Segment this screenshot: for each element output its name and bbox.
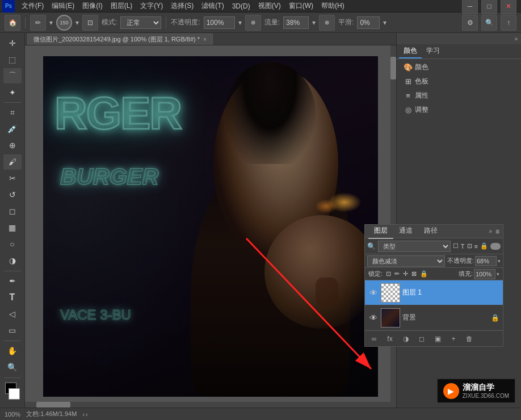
menu-file[interactable]: 文件(F) [18, 0, 47, 12]
smooth-dropdown[interactable]: ▾ [383, 19, 386, 27]
layer-visibility-1[interactable]: 👁 [368, 288, 379, 298]
opacity-dropdown[interactable]: ▾ [238, 19, 242, 27]
blend-mode-select[interactable]: 颜色减淡 [367, 255, 445, 267]
mask-button[interactable]: ◻ [416, 333, 427, 345]
fill-value-input[interactable] [474, 269, 495, 279]
dodge-tool[interactable]: ◑ [3, 253, 22, 268]
filter-toggle[interactable] [490, 243, 501, 250]
layers-collapse[interactable]: » [488, 227, 493, 236]
color-row[interactable]: 🎨 颜色 [401, 61, 516, 73]
group-button[interactable]: ▣ [432, 333, 443, 345]
filter-icon3[interactable]: ⊡ [467, 242, 472, 250]
menu-layer[interactable]: 图层(L) [107, 0, 136, 12]
filter-icon2[interactable]: T [461, 243, 465, 250]
paths-tab[interactable]: 路径 [418, 224, 443, 239]
filter-icon5[interactable]: 🔒 [480, 242, 488, 250]
gradient-tool[interactable]: ▦ [3, 220, 22, 236]
path-tool[interactable]: ◁ [3, 306, 22, 322]
nav-next[interactable]: › [86, 411, 88, 418]
pressure-button[interactable]: ⊗ [245, 15, 261, 31]
clone-tool[interactable]: ✂ [3, 171, 22, 186]
fx-button[interactable]: fx [384, 333, 396, 345]
hand-tool[interactable]: ✋ [3, 343, 22, 359]
marquee-tool[interactable]: ⬚ [3, 52, 22, 67]
delete-layer-button[interactable]: 🗑 [464, 333, 475, 345]
eraser-tool[interactable]: ◻ [3, 204, 22, 219]
layers-menu-icon[interactable]: ≡ [495, 228, 499, 236]
minimize-button[interactable]: ─ [462, 0, 478, 14]
adjustments-row[interactable]: ◎ 调整 [401, 104, 516, 116]
properties-row[interactable]: ≡ 属性 [401, 90, 516, 102]
lock-pixel-icon[interactable]: ⊡ [386, 270, 391, 278]
learn-panel-tab[interactable]: 学习 [422, 44, 444, 58]
menu-filter[interactable]: 滤镜(T) [198, 0, 227, 12]
horizontal-scrollbar[interactable] [25, 402, 390, 408]
fill-dropdown-arrow[interactable]: ▾ [497, 271, 499, 277]
menu-edit[interactable]: 编辑(E) [48, 0, 78, 12]
link-layers-button[interactable]: ∞ [368, 333, 380, 345]
layer-item-1[interactable]: 👁 图层 1 [365, 280, 503, 305]
layer-item-background[interactable]: 👁 背景 🔒 [365, 305, 503, 330]
opacity-dropdown-arrow[interactable]: ▾ [498, 258, 501, 264]
background-color[interactable] [9, 388, 20, 400]
panel-collapse-arrow[interactable]: » [513, 35, 519, 43]
brush-dropdown[interactable]: ▾ [49, 19, 53, 27]
shape-tool[interactable]: ▭ [3, 323, 22, 338]
flow-input[interactable] [283, 16, 309, 29]
share-button[interactable]: ↑ [501, 15, 516, 31]
opacity-input[interactable] [204, 16, 235, 29]
canvas-tab[interactable]: 微信图片_20200328154249.jpg @ 100% (图层 1, RG… [27, 33, 213, 45]
tab-close-button[interactable]: × [203, 36, 207, 43]
menu-select[interactable]: 选择(S) [167, 0, 197, 12]
lock-artboard-icon[interactable]: ⊠ [411, 270, 417, 278]
menu-text[interactable]: 文字(Y) [137, 0, 166, 12]
menu-image[interactable]: 图像(I) [79, 0, 106, 12]
menu-window[interactable]: 窗口(W) [285, 0, 317, 12]
channels-tab[interactable]: 通道 [393, 224, 418, 239]
menu-view[interactable]: 视图(V) [255, 0, 284, 12]
flow-pressure-button[interactable]: ⊗ [319, 15, 335, 31]
layers-tab[interactable]: 图层 [368, 224, 393, 239]
lock-all-icon[interactable]: 🔒 [420, 270, 428, 278]
horizontal-scrollbar-thumb[interactable] [36, 402, 70, 408]
brush-options-button[interactable]: ⊡ [82, 15, 98, 31]
filter-icon4[interactable]: ≡ [474, 243, 478, 250]
move-tool[interactable]: ✛ [3, 35, 22, 51]
history-brush-tool[interactable]: ↺ [3, 187, 22, 203]
color-panel-tab[interactable]: 颜色 [399, 44, 422, 58]
close-button[interactable]: ✕ [501, 0, 516, 14]
maximize-button[interactable]: □ [481, 0, 497, 14]
smooth-input[interactable] [357, 16, 380, 29]
layer-type-select[interactable]: 类型 [378, 241, 451, 252]
menu-3d[interactable]: 3D(D) [229, 1, 254, 11]
lock-move-icon[interactable]: ✛ [403, 270, 408, 278]
lasso-tool[interactable]: ⌒ [3, 68, 22, 83]
opacity-value-input[interactable] [475, 256, 497, 266]
brush-tool[interactable]: ✏ [30, 15, 46, 31]
brush-size-indicator[interactable]: 150 [56, 15, 72, 31]
settings-button[interactable]: ⚙ [462, 15, 478, 31]
swatches-row[interactable]: ⊞ 色板 [401, 75, 516, 87]
menu-help[interactable]: 帮助(H) [318, 0, 348, 12]
adjustment-layer-button[interactable]: ◑ [400, 333, 411, 345]
filter-icon1[interactable]: ☐ [453, 242, 459, 250]
pen-tool[interactable]: ✒ [3, 274, 22, 289]
blur-tool[interactable]: ○ [3, 237, 22, 252]
flow-dropdown[interactable]: ▾ [312, 19, 316, 27]
lock-brush-icon[interactable]: ✏ [394, 270, 400, 278]
vertical-scrollbar-thumb[interactable] [390, 57, 396, 79]
new-layer-button[interactable]: + [448, 333, 459, 345]
heal-tool[interactable]: ⊕ [3, 138, 22, 153]
layer-visibility-bg[interactable]: 👁 [368, 313, 379, 323]
nav-prev[interactable]: ‹ [82, 411, 85, 418]
brush-tool-left[interactable]: 🖌 [3, 154, 22, 170]
crop-tool[interactable]: ⌗ [3, 105, 22, 120]
eyedropper-tool[interactable]: 💉 [3, 121, 22, 137]
mode-select[interactable]: 正常 [120, 16, 161, 29]
home-button[interactable]: 🏠 [5, 15, 20, 31]
magic-wand-tool[interactable]: ✦ [3, 85, 22, 100]
zoom-tool[interactable]: 🔍 [3, 360, 22, 375]
type-tool[interactable]: T [3, 290, 22, 305]
brush-size-dropdown[interactable]: ▾ [75, 19, 79, 27]
search-button[interactable]: 🔍 [481, 15, 497, 31]
